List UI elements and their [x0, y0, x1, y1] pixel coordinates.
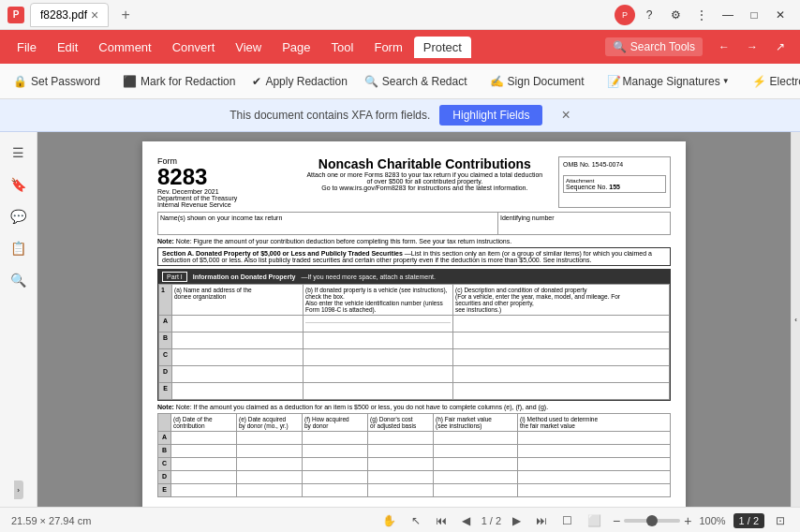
- name-row: Name(s) shown on your income tax return …: [157, 212, 671, 235]
- menu-page[interactable]: Page: [273, 37, 319, 58]
- search-redact-button[interactable]: 🔍 Search & Redact: [357, 71, 475, 92]
- form-omb: OMB No. 1545-0074 Attachment Sequence No…: [558, 156, 671, 208]
- main-content: ☰ 🔖 💬 📋 🔍 › Form 8283 Rev. December 2021…: [0, 132, 800, 507]
- row-a-label: A: [159, 316, 172, 332]
- menu-tool[interactable]: Tool: [322, 37, 363, 58]
- external-link-button[interactable]: ↗: [768, 35, 793, 59]
- name-field: Name(s) shown on your income tax return: [158, 213, 498, 234]
- last-page-button[interactable]: ⏭: [532, 512, 551, 529]
- nav-forward-button[interactable]: →: [740, 35, 764, 59]
- table-row: B: [159, 332, 670, 349]
- nav-back-button[interactable]: ←: [712, 35, 736, 59]
- search-tools[interactable]: 🔍 Search Tools: [605, 37, 703, 56]
- form-center: Noncash Charitable Contributions Attach …: [291, 156, 558, 208]
- help-button[interactable]: ?: [637, 3, 661, 27]
- search-icon: 🔍: [613, 40, 627, 53]
- id-label: Identifying number: [500, 214, 668, 221]
- row-b-col-b: [304, 332, 453, 349]
- part1-table: 1 (a) Name and address of thedonee organ…: [158, 284, 670, 400]
- new-tab-button[interactable]: +: [114, 4, 137, 26]
- window-controls: P ? ⚙ ⋮ — □ ✕: [615, 3, 793, 27]
- notification-close-button[interactable]: ×: [561, 107, 570, 124]
- sidebar-icon-pages[interactable]: 📋: [6, 235, 32, 261]
- col-c-header: (c) Description and condition of donated…: [453, 285, 670, 316]
- settings-button[interactable]: ⚙: [663, 3, 688, 27]
- zoom-controls: − +: [613, 513, 691, 528]
- mark-redaction-button[interactable]: ⬛ Mark for Redaction: [115, 71, 243, 92]
- omb-label: OMB No. 1545-0074: [563, 161, 666, 168]
- two-page-button[interactable]: ⬜: [584, 512, 605, 529]
- btm-row-a: A: [158, 432, 171, 445]
- menu-comment[interactable]: Comment: [89, 37, 160, 58]
- menu-edit[interactable]: Edit: [48, 37, 87, 58]
- sidebar-icon-comments[interactable]: 💬: [6, 203, 32, 229]
- set-password-label: Set Password: [31, 75, 100, 88]
- form-attach-note: Attach one or more Forms 8283 to your ta…: [291, 171, 558, 178]
- sign-document-label: Sign Document: [508, 75, 585, 88]
- app-icon: P: [7, 7, 24, 23]
- table-row: C: [158, 458, 671, 471]
- col-i-header: (i) Method used to determinethe fair mar…: [518, 414, 671, 432]
- fit-button[interactable]: ⊡: [772, 512, 789, 529]
- sidebar-icon-bookmarks[interactable]: 🔖: [6, 171, 32, 198]
- tab-close-button[interactable]: ×: [91, 7, 98, 22]
- close-button[interactable]: ✕: [768, 3, 793, 27]
- manage-signatures-label: Manage Signatures: [623, 75, 720, 88]
- btm-row-b: B: [158, 445, 171, 458]
- document-tab[interactable]: f8283.pdf ×: [30, 3, 109, 27]
- right-collapse-icon: ‹: [794, 316, 797, 324]
- first-page-button[interactable]: ⏮: [432, 512, 451, 529]
- zoom-slider[interactable]: [624, 519, 680, 523]
- select-tool-button[interactable]: ↖: [407, 512, 424, 529]
- user-avatar[interactable]: P: [615, 5, 635, 25]
- apply-redaction-label: Apply Redaction: [265, 75, 347, 88]
- right-panel-collapse[interactable]: ‹: [791, 132, 800, 507]
- part1-label: Part I: [162, 272, 187, 282]
- menu-convert[interactable]: Convert: [163, 37, 225, 58]
- row-c-col-c: [453, 349, 670, 366]
- menu-form[interactable]: Form: [364, 37, 411, 58]
- page-indicator: 1 / 2: [733, 513, 764, 528]
- menu-view[interactable]: View: [226, 37, 271, 58]
- prev-page-button[interactable]: ◀: [458, 512, 474, 529]
- set-password-button[interactable]: 🔒 Set Password: [6, 71, 108, 92]
- bottom-row-header: [158, 414, 171, 432]
- form-irs: Internal Revenue Service: [157, 201, 291, 208]
- section-a-header: Section A. Donated Property of $5,000 or…: [158, 248, 670, 265]
- document-area[interactable]: Form 8283 Rev. December 2021 Department …: [37, 132, 791, 507]
- sidebar-collapse-button[interactable]: ›: [14, 480, 23, 499]
- mark-redaction-label: Mark for Redaction: [141, 75, 235, 88]
- single-page-button[interactable]: ☐: [558, 512, 576, 529]
- highlight-fields-button[interactable]: Highlight Fields: [439, 105, 542, 126]
- sidebar-icon-search[interactable]: 🔍: [6, 267, 32, 293]
- zoom-thumb[interactable]: [646, 515, 658, 526]
- more-button[interactable]: ⋮: [689, 3, 714, 27]
- note1: Note: Note: Figure the amount of your co…: [157, 238, 671, 244]
- tab-filename: f8283.pdf: [40, 8, 87, 22]
- apply-redaction-button[interactable]: ✔ Apply Redaction: [244, 71, 354, 92]
- table-row: E: [159, 383, 670, 400]
- minimize-button[interactable]: —: [716, 3, 740, 27]
- hand-tool-button[interactable]: ✋: [378, 512, 400, 529]
- notification-bar: This document contains XFA form fields. …: [0, 99, 800, 132]
- manage-signatures-button[interactable]: 📝 Manage Signatures ▼: [600, 71, 737, 92]
- col-e-header: (e) Date acquiredby donor (mo., yr.): [237, 414, 303, 432]
- bottom-header-row: (d) Date of thecontribution (e) Date acq…: [158, 414, 671, 432]
- section-a-title: Section A. Donated Property of $5,000 or…: [162, 250, 403, 257]
- table-row: D: [159, 366, 670, 383]
- sidebar-icon-panels[interactable]: ☰: [6, 140, 32, 166]
- sign-document-button[interactable]: ✍ Sign Document: [482, 71, 592, 92]
- part1-title: Information on Donated Property: [193, 273, 296, 280]
- next-page-button[interactable]: ▶: [509, 512, 525, 529]
- menu-file[interactable]: File: [7, 37, 46, 58]
- notification-message: This document contains XFA form fields.: [230, 109, 430, 122]
- row-e-col-a: [172, 383, 304, 400]
- zoom-out-button[interactable]: −: [613, 513, 620, 528]
- electronic-button[interactable]: ⚡ Electro...: [745, 71, 800, 92]
- maximize-button[interactable]: □: [742, 3, 766, 27]
- attachment-number: Sequence No. 155: [566, 184, 663, 190]
- menu-protect[interactable]: Protect: [414, 37, 471, 58]
- row-d-label: D: [159, 366, 172, 383]
- zoom-in-button[interactable]: +: [684, 513, 691, 528]
- form-title: Noncash Charitable Contributions: [291, 156, 558, 171]
